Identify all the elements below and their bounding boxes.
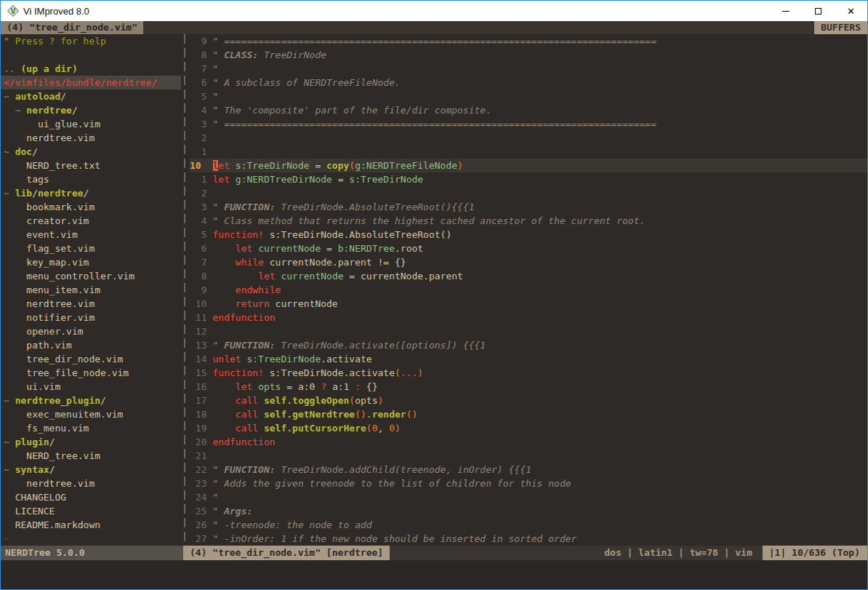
tree-row[interactable]: key_map.vim xyxy=(1,255,181,269)
tree-row[interactable]: flag_set.vim xyxy=(1,242,181,255)
tree-segment-file: / xyxy=(60,91,66,102)
code-line[interactable]: 9 endwhile xyxy=(190,283,867,297)
code-line[interactable]: 19 call self.putCursorHere(0, 0) xyxy=(190,421,867,435)
tree-row[interactable]: nerdtree.vim xyxy=(1,131,181,145)
tree-row[interactable]: ui_glue.vim xyxy=(1,117,181,131)
tree-segment-help: " Press ? for help xyxy=(4,36,106,47)
code-token-txt: s:TreeDirNode.AbsoluteTreeRoot() xyxy=(264,229,451,240)
tree-segment-updir: (up a dir) xyxy=(20,63,77,74)
code-line[interactable]: 10 return currentNode xyxy=(190,297,867,311)
code-token-id: s:TreeDirNode xyxy=(349,174,423,185)
tree-row[interactable]: tree_dir_node.vim xyxy=(1,352,181,366)
tree-row[interactable]: nerdtree.vim xyxy=(1,297,181,311)
tree-row[interactable]: " Press ? for help xyxy=(1,34,181,48)
code-token-txt xyxy=(213,409,236,420)
code-line[interactable]: 25" Args: xyxy=(190,504,867,518)
tree-row[interactable]: menu_controller.vim xyxy=(1,269,181,283)
code-line[interactable]: 2 xyxy=(190,186,867,200)
tree-row[interactable]: README.markdown xyxy=(1,518,181,532)
code-line[interactable]: 24" xyxy=(190,490,867,504)
tree-row[interactable]: opener.vim xyxy=(1,324,181,338)
code-token-txt xyxy=(213,284,236,295)
code-line[interactable]: 3" FUNCTION: TreeDirNode.AbsoluteTreeRoo… xyxy=(190,200,867,214)
code-line[interactable]: 16 let opts = a:0 ? a:1 : {} xyxy=(190,380,867,394)
tree-row[interactable]: ~ syntax/ xyxy=(1,463,181,477)
tree-row[interactable]: NERD_tree.vim xyxy=(1,449,181,463)
code-line[interactable]: 7" xyxy=(190,62,867,76)
code-token-fn: self.toggleOpen xyxy=(264,395,349,406)
code-line[interactable]: 8 let currentNode = currentNode.parent xyxy=(190,269,867,283)
line-number: 24 xyxy=(190,490,207,504)
tree-row[interactable] xyxy=(1,48,181,62)
code-line[interactable]: 22" FUNCTION: TreeDirNode.addChild(treen… xyxy=(190,463,867,477)
code-token-txt xyxy=(252,381,258,392)
tree-row[interactable]: ui.vim xyxy=(1,380,181,394)
tree-row[interactable]: event.vim xyxy=(1,228,181,242)
code-line[interactable]: 27" -inOrder: 1 if the new node should b… xyxy=(190,532,867,546)
window-separator[interactable] xyxy=(181,34,190,546)
code-line[interactable]: 6 let currentNode = b:NERDTree.root xyxy=(190,242,867,255)
code-line[interactable]: 12 xyxy=(190,324,867,338)
minimize-button[interactable] xyxy=(769,1,802,21)
tree-row[interactable]: bookmark.vim xyxy=(1,200,181,214)
code-line[interactable]: 13" FUNCTION: TreeDirNode.activate([opti… xyxy=(190,338,867,352)
tree-row[interactable]: ~ autoload/ xyxy=(1,89,181,103)
code-line[interactable]: 7 while currentNode.parent != {} xyxy=(190,255,867,269)
code-token-kw: call xyxy=(236,423,258,434)
tree-row[interactable]: exec_menuitem.vim xyxy=(1,407,181,421)
tab-active-buffer[interactable]: (4) "tree_dir_node.vim" xyxy=(1,21,143,34)
code-line[interactable]: 10let s:TreeDirNode = copy(g:NERDTreeFil… xyxy=(190,159,867,172)
code-line[interactable]: 26" -treenode: the node to add xyxy=(190,518,867,532)
tree-row[interactable]: tree_file_node.vim xyxy=(1,366,181,380)
close-button[interactable]: ✕ xyxy=(835,1,867,21)
code-line[interactable]: 6" A subclass of NERDTreeFileNode. xyxy=(190,76,867,89)
code-line[interactable]: 4" The 'composite' part of the file/dir … xyxy=(190,103,867,117)
tree-row[interactable]: tags xyxy=(1,172,181,186)
tree-row[interactable]: LICENCE xyxy=(1,504,181,518)
tree-segment-dir: syntax xyxy=(15,464,49,475)
code-line[interactable]: 3" =====================================… xyxy=(190,117,867,131)
code-line[interactable]: 17 call self.toggleOpen(opts) xyxy=(190,394,867,407)
tree-row[interactable]: ~ lib/nerdtree/ xyxy=(1,186,181,200)
tree-row[interactable]: ~ nerdtree/ xyxy=(1,103,181,117)
code-line[interactable]: 21 xyxy=(190,449,867,463)
line-number: 17 xyxy=(190,394,207,407)
code-line[interactable]: 8" CLASS: TreeDirNode xyxy=(190,48,867,62)
tree-row[interactable]: nerdtree.vim xyxy=(1,477,181,490)
tree-row[interactable]: menu_item.vim xyxy=(1,283,181,297)
code-token-kw: return xyxy=(236,298,270,309)
code-line[interactable]: 1let g:NERDTreeDirNode = s:TreeDirNode xyxy=(190,172,867,186)
tree-row[interactable]: notifier.vim xyxy=(1,311,181,324)
code-token-comment: " A subclass of NERDTreeFileNode. xyxy=(213,77,401,88)
command-line[interactable] xyxy=(1,560,867,589)
code-line[interactable]: 11endfunction xyxy=(190,311,867,324)
tree-row[interactable]: fs_menu.vim xyxy=(1,421,181,435)
tree-row[interactable]: ~ xyxy=(1,532,181,546)
code-line[interactable]: 9" =====================================… xyxy=(190,34,867,48)
tree-row[interactable]: .. (up a dir) xyxy=(1,62,181,76)
tree-segment-marker: ~ xyxy=(4,395,15,406)
tree-row[interactable]: ~ doc/ xyxy=(1,145,181,159)
code-line[interactable]: 15function! s:TreeDirNode.activate(...) xyxy=(190,366,867,380)
tree-row[interactable]: CHANGELOG xyxy=(1,490,181,504)
tree-row[interactable]: </vimfiles/bundle/nerdtree/ xyxy=(1,76,181,89)
code-line[interactable]: 18 call self.getNerdtree().render() xyxy=(190,407,867,421)
code-line[interactable]: 1 xyxy=(190,145,867,159)
code-token-fn: self.putCursorHere xyxy=(264,423,366,434)
code-line[interactable]: 4" Class method that returns the highest… xyxy=(190,214,867,228)
tree-row[interactable]: NERD_tree.txt xyxy=(1,159,181,172)
code-line[interactable]: 20endfunction xyxy=(190,435,867,449)
tree-row[interactable]: ~ plugin/ xyxy=(1,435,181,449)
tree-row[interactable]: ~ nerdtree_plugin/ xyxy=(1,394,181,407)
tree-row[interactable]: path.vim xyxy=(1,338,181,352)
maximize-button[interactable] xyxy=(802,1,835,21)
code-line[interactable]: 2 xyxy=(190,131,867,145)
code-line[interactable]: 14unlet s:TreeDirNode.activate xyxy=(190,352,867,366)
tree-row[interactable]: creator.vim xyxy=(1,214,181,228)
code-line[interactable]: 5" xyxy=(190,89,867,103)
code-token-comment: " -treenode: the node to add xyxy=(213,519,372,530)
code-token-txt: s:TreeDirNode.activate xyxy=(264,367,395,378)
code-line[interactable]: 5function! s:TreeDirNode.AbsoluteTreeRoo… xyxy=(190,228,867,242)
tree-segment-dir: nerdtree_plugin xyxy=(15,395,100,406)
code-line[interactable]: 23" Adds the given treenode to the list … xyxy=(190,477,867,490)
